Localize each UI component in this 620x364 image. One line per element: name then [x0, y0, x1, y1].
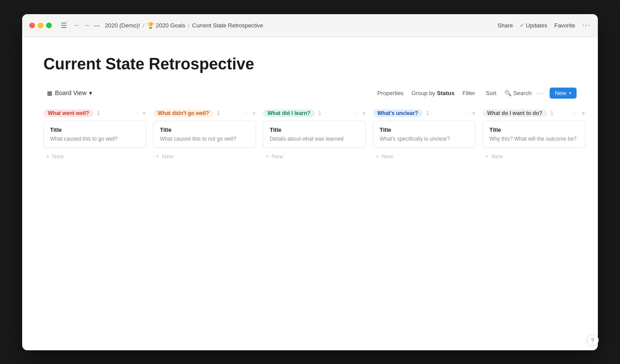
forward-icon[interactable]: →	[84, 22, 90, 29]
new-button[interactable]: New ▾	[550, 88, 577, 99]
toolbar-right: Properties Group by Status Filter Sort 🔍…	[375, 88, 577, 99]
column-badge-not-go-well[interactable]: What didn't go well?	[153, 109, 213, 117]
column-add-icon-did-learn[interactable]: +	[362, 109, 366, 117]
hamburger-icon[interactable]: ☰	[61, 21, 67, 30]
new-row-plus-icon-want-to-do: +	[485, 153, 489, 160]
check-icon: ✓	[520, 23, 524, 28]
new-row-button-not-go-well[interactable]: +New	[153, 151, 256, 161]
card-subtitle-unclear-0: What's specifically is unclear?	[380, 136, 469, 142]
column-count-did-learn: 1	[318, 110, 322, 116]
column-header-not-go-well: What didn't go well?1···+	[153, 109, 256, 117]
updates-button[interactable]: ✓ Updates	[520, 22, 547, 29]
column-more-icon-not-go-well[interactable]: ···	[244, 110, 249, 116]
card-did-learn-0[interactable]: TitleDetails about what was learned	[263, 121, 366, 148]
view-chevron-icon: ▾	[89, 89, 92, 96]
column-add-icon-not-go-well[interactable]: +	[252, 109, 256, 117]
column-not-go-well: What didn't go well?1···+TitleWhat cause…	[153, 109, 256, 161]
card-not-go-well-0[interactable]: TitleWhat caused this to not go well?	[153, 121, 256, 148]
column-actions-unclear: ···+	[463, 109, 476, 117]
column-more-icon-went-well[interactable]: ···	[134, 110, 140, 116]
breadcrumb-current[interactable]: Current State Retrospective	[192, 22, 263, 29]
page-title: Current State Retrospective	[43, 55, 577, 73]
column-actions-want-to-do: ···+	[573, 109, 585, 117]
card-subtitle-did-learn-0: Details about what was learned	[270, 136, 359, 142]
board-icon: ▦	[47, 90, 52, 96]
titlebar-actions: Share ✓ Updates Favorite ···	[498, 21, 591, 29]
sort-button[interactable]: Sort	[483, 88, 499, 98]
more-button[interactable]: ···	[582, 21, 591, 29]
column-header-want-to-do: What do I want to do?1···+	[483, 109, 585, 117]
column-did-learn: What did I learn?1···+TitleDetails about…	[263, 109, 366, 161]
column-more-icon-unclear[interactable]: ···	[463, 110, 469, 116]
new-row-button-want-to-do[interactable]: +New	[483, 151, 585, 161]
card-subtitle-want-to-do-0: Why this? What will the outcome be?	[489, 136, 579, 142]
breadcrumb-goals[interactable]: 🏆 2020 Goals	[147, 22, 185, 29]
view-label: Board View	[55, 89, 86, 96]
column-went-well: What went well?1···+TitleWhat caused thi…	[43, 109, 146, 161]
search-button[interactable]: 🔍 Search	[504, 90, 531, 96]
new-row-label-went-well: New	[52, 153, 64, 160]
toolbar: ▦ Board View ▾ Properties Group by Statu…	[43, 88, 577, 99]
column-add-icon-went-well[interactable]: +	[142, 109, 146, 117]
board: What went well?1···+TitleWhat caused thi…	[43, 109, 577, 161]
column-add-icon-unclear[interactable]: +	[472, 109, 476, 117]
column-badge-want-to-do[interactable]: What do I want to do?	[483, 109, 547, 117]
column-badge-unclear[interactable]: What's unclear?	[373, 109, 422, 117]
new-row-plus-icon-not-go-well: +	[156, 153, 159, 160]
column-more-icon-did-learn[interactable]: ···	[353, 110, 359, 116]
new-row-button-unclear[interactable]: +New	[373, 151, 476, 161]
column-more-icon-want-to-do[interactable]: ···	[573, 110, 579, 116]
new-row-plus-icon-did-learn: +	[266, 153, 269, 160]
column-badge-went-well[interactable]: What went well?	[43, 109, 93, 117]
share-button[interactable]: Share	[498, 22, 513, 29]
back-icon[interactable]: ←	[74, 22, 80, 29]
card-subtitle-not-go-well-0: What caused this to not go well?	[160, 136, 249, 142]
group-by-label: Group by Status	[411, 90, 454, 96]
new-row-button-did-learn[interactable]: +New	[263, 151, 366, 161]
main-content: Current State Retrospective ▦ Board View…	[22, 37, 598, 350]
new-button-chevron-icon: ▾	[569, 91, 571, 96]
filter-button[interactable]: Filter	[460, 88, 478, 98]
minimize-button[interactable]	[38, 23, 43, 28]
close-button[interactable]	[29, 23, 35, 28]
column-actions-did-learn: ···+	[353, 109, 366, 117]
breadcrumb-demo[interactable]: 2020 (Demo)!	[105, 22, 140, 29]
maximize-button[interactable]	[46, 23, 52, 28]
card-subtitle-went-well-0: What caused this to go well?	[50, 136, 140, 142]
column-badge-did-learn[interactable]: What did I learn?	[263, 109, 315, 117]
new-row-label-want-to-do: New	[492, 153, 503, 160]
card-title-not-go-well-0: Title	[160, 126, 249, 133]
board-view-selector[interactable]: ▦ Board View ▾	[43, 88, 96, 98]
search-label: Search	[513, 90, 531, 96]
new-row-plus-icon-went-well: +	[46, 153, 50, 160]
card-went-well-0[interactable]: TitleWhat caused this to go well?	[43, 121, 146, 148]
nav-buttons: ← → —	[74, 22, 100, 29]
column-count-unclear: 1	[426, 110, 429, 116]
new-row-button-went-well[interactable]: +New	[43, 151, 146, 161]
breadcrumb-sep-2: /	[188, 22, 190, 29]
new-row-label-unclear: New	[382, 153, 393, 160]
favorite-button[interactable]: Favorite	[554, 22, 575, 29]
card-title-did-learn-0: Title	[270, 126, 359, 133]
card-title-unclear-0: Title	[380, 126, 469, 133]
column-unclear: What's unclear?1···+TitleWhat's specific…	[373, 109, 476, 161]
card-title-went-well-0: Title	[50, 126, 140, 133]
new-row-label-not-go-well: New	[162, 153, 174, 160]
group-by-value[interactable]: Status	[437, 90, 454, 96]
minus-icon: —	[93, 22, 100, 29]
titlebar: ☰ ← → — 2020 (Demo)! / 🏆 2020 Goals / Cu…	[22, 14, 598, 37]
card-want-to-do-0[interactable]: TitleWhy this? What will the outcome be?	[483, 121, 585, 148]
new-row-plus-icon-unclear: +	[376, 153, 379, 160]
column-header-did-learn: What did I learn?1···+	[263, 109, 366, 117]
column-header-unclear: What's unclear?1···+	[373, 109, 476, 117]
column-add-icon-want-to-do[interactable]: +	[581, 109, 585, 117]
card-unclear-0[interactable]: TitleWhat's specifically is unclear?	[373, 121, 476, 148]
column-header-went-well: What went well?1···+	[43, 109, 146, 117]
column-count-went-well: 1	[97, 110, 100, 116]
column-actions-not-go-well: ···+	[244, 109, 256, 117]
new-button-label: New	[555, 90, 566, 96]
updates-label: Updates	[526, 22, 547, 29]
properties-button[interactable]: Properties	[375, 88, 406, 98]
help-button[interactable]: ?	[586, 334, 599, 346]
toolbar-more-button[interactable]: ···	[537, 90, 544, 96]
